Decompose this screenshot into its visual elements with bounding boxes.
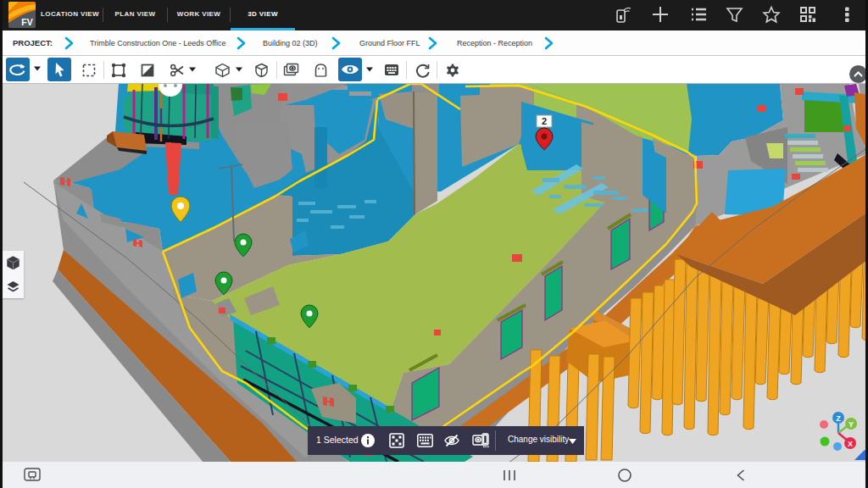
svg-text:Y: Y bbox=[849, 420, 854, 429]
svg-text:FV: FV bbox=[21, 17, 32, 27]
svg-text:X: X bbox=[848, 440, 853, 448]
svg-text:2: 2 bbox=[542, 116, 547, 126]
svg-text:Z: Z bbox=[836, 414, 841, 423]
